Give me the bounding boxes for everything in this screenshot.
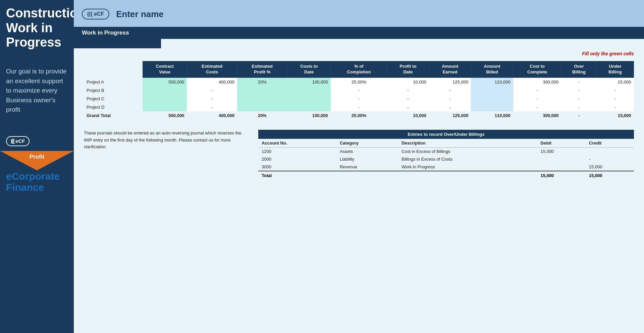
col-contract-value: ContractValue	[143, 61, 187, 78]
entries-row: 3000 Revenue Work in Progress 15,000	[258, 163, 634, 171]
grand-total-cost-complete: 300,000	[513, 111, 561, 120]
project-c-name: Project C	[84, 95, 143, 103]
entries-debit-3	[537, 163, 586, 171]
project-d-est-profit[interactable]	[237, 103, 287, 111]
project-b-est-costs: -	[187, 86, 237, 95]
project-b-profit-date: -	[387, 86, 429, 95]
sidebar-title: Construction Work in Progress	[0, 0, 74, 53]
project-b-over: -	[561, 86, 597, 95]
project-c-billed[interactable]	[471, 95, 513, 103]
col-estimated-profit: EstimatedProfit %	[237, 61, 287, 78]
project-c-earned: -	[429, 95, 471, 103]
project-b-billed[interactable]	[471, 86, 513, 95]
ecorp-name: eCorporate Finance	[6, 171, 60, 193]
table-row: Project A 500,000 400,000 20% 100,000 25…	[84, 77, 634, 86]
project-c-cost-complete: -	[513, 95, 561, 103]
project-a-under: 15,000	[596, 77, 634, 86]
project-c-est-profit[interactable]	[237, 95, 287, 103]
project-d-billed[interactable]	[471, 103, 513, 111]
sidebar-ecf-text: eCF	[15, 138, 25, 144]
col-cost-to-complete: Cost toComplete	[513, 61, 561, 78]
col-pct-completion: % ofCompletion	[331, 61, 387, 78]
sidebar-ecf-waves: (((	[11, 138, 14, 144]
top-header: ((( eCF Enter name	[74, 0, 644, 27]
entries-col-account: Account No.	[258, 139, 336, 148]
project-c-est-costs: -	[187, 95, 237, 103]
col-profit-to-date: Profit toDate	[387, 61, 429, 78]
project-a-cost-complete: 300,000	[513, 77, 561, 86]
project-b-name: Project B	[84, 86, 143, 95]
entries-account-1: 1200	[258, 147, 336, 155]
project-b-under: -	[596, 86, 634, 95]
project-a-over: -	[561, 77, 597, 86]
entries-category-1: Assets	[336, 147, 398, 155]
project-a-billed[interactable]: 110,000	[471, 77, 513, 86]
table-area: ContractValue EstimatedCosts EstimatedPr…	[74, 58, 644, 120]
project-d-earned: -	[429, 103, 471, 111]
project-d-est-costs: -	[187, 103, 237, 111]
main-content: ((( eCF Enter name Work in Progress Fill…	[74, 0, 644, 333]
project-d-cost-complete: -	[513, 103, 561, 111]
entries-title: Entries to record Over/Under Billings	[258, 130, 634, 139]
table-header-row: ContractValue EstimatedCosts EstimatedPr…	[84, 61, 634, 78]
sidebar-logo-area: ((( eCF	[0, 131, 74, 146]
col-amount-billed: AmountBilled	[471, 61, 513, 78]
project-c-costs-date[interactable]	[287, 95, 330, 103]
sidebar: Construction Work in Progress Our goal i…	[0, 0, 74, 333]
project-d-under: -	[596, 103, 634, 111]
project-a-est-profit[interactable]: 20%	[237, 77, 287, 86]
entries-col-debit: Debit	[537, 139, 586, 148]
project-b-est-profit[interactable]	[237, 86, 287, 95]
fill-instruction: Fill only the green cells	[74, 48, 644, 58]
wip-table: ContractValue EstimatedCosts EstimatedPr…	[84, 61, 634, 120]
entries-col-category: Category	[336, 139, 398, 148]
grand-total-est-profit: 20%	[237, 111, 287, 120]
entries-desc-3: Work in Progress	[398, 163, 537, 171]
entries-total-row: Total 15,000 15,000	[258, 171, 634, 180]
project-d-contract[interactable]	[143, 103, 187, 111]
project-d-over: -	[561, 103, 597, 111]
header-ecf-badge: ((( eCF	[82, 9, 109, 19]
project-d-costs-date[interactable]	[287, 103, 330, 111]
entries-account-2: 2000	[258, 155, 336, 163]
entries-credit-3: 15,000	[586, 163, 634, 171]
grand-total-under: 15,000	[596, 111, 634, 120]
project-b-pct: -	[331, 86, 387, 95]
grand-total-contract: 500,000	[143, 111, 187, 120]
project-a-contract[interactable]: 500,000	[143, 77, 187, 86]
sidebar-ecf-badge: ((( eCF	[6, 136, 30, 146]
entries-total-label: Total	[258, 171, 537, 180]
grand-total-pct: 25.00%	[331, 111, 387, 120]
project-c-contract[interactable]	[143, 95, 187, 103]
grand-total-costs-date: 100,000	[287, 111, 330, 120]
project-d-name: Project D	[84, 103, 143, 111]
grand-total-billed: 110,000	[471, 111, 513, 120]
bottom-section: These journals should be entered as an a…	[74, 120, 644, 180]
project-b-contract[interactable]	[143, 86, 187, 95]
header-title: Enter name	[116, 9, 164, 19]
col-over-billing: OverBilling	[561, 61, 597, 78]
project-b-costs-date[interactable]	[287, 86, 330, 95]
header-ecf-text: eCF	[94, 11, 104, 17]
sub-header: Work in Progress	[74, 27, 644, 39]
entries-debit-1: 15,000	[537, 147, 586, 155]
entries-category-3: Revenue	[336, 163, 398, 171]
entries-header-row: Account No. Category Description Debit C…	[258, 139, 634, 148]
entries-table-container: Entries to record Over/Under Billings Ac…	[258, 130, 634, 180]
entries-desc-2: Billings in Excess of Costs	[398, 155, 537, 163]
project-a-costs-date[interactable]: 100,000	[287, 77, 330, 86]
entries-col-credit: Credit	[586, 139, 634, 148]
table-row: Project C - - - - - - -	[84, 95, 634, 103]
project-a-est-costs: 400,000	[187, 77, 237, 86]
entries-row: 1200 Assets Cost in Excess of Billings 1…	[258, 147, 634, 155]
entries-table: Account No. Category Description Debit C…	[258, 139, 634, 180]
project-a-earned: 125,000	[429, 77, 471, 86]
project-b-cost-complete: -	[513, 86, 561, 95]
table-row: Project B - - - - - - -	[84, 86, 634, 95]
project-d-profit-date: -	[387, 103, 429, 111]
entries-account-3: 3000	[258, 163, 336, 171]
grand-total-est-costs: 400,000	[187, 111, 237, 120]
project-b-earned: -	[429, 86, 471, 95]
entries-credit-1	[586, 147, 634, 155]
grand-total-row: Grand Total 500,000 400,000 20% 100,000 …	[84, 111, 634, 120]
